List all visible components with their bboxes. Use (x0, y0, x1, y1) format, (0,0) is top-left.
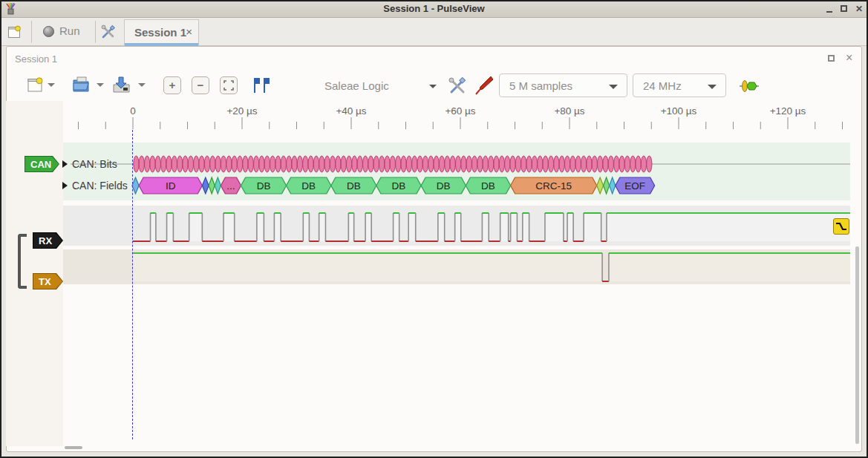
settings-icon[interactable] (101, 24, 116, 39)
zoom-fit-button[interactable] (220, 76, 238, 94)
can-fields-row-label[interactable]: CAN: Fields (72, 180, 128, 192)
can-bit-annotation[interactable] (363, 156, 368, 172)
can-bit-annotation[interactable] (461, 156, 466, 172)
can-bit-annotation[interactable] (139, 156, 144, 172)
can-bit-annotation[interactable] (647, 156, 652, 172)
can-bit-annotation[interactable] (183, 156, 188, 172)
can-bit-annotation[interactable] (505, 156, 510, 172)
vertical-scrollbar[interactable] (855, 246, 859, 444)
can-bit-annotation[interactable] (559, 156, 564, 172)
open-file-dropdown-icon[interactable] (97, 83, 104, 87)
can-bit-annotation[interactable] (341, 156, 346, 172)
can-bit-annotation[interactable] (587, 156, 592, 172)
can-bit-annotation[interactable] (477, 156, 483, 172)
can-bit-annotation[interactable] (570, 156, 575, 172)
rx-channel-tag[interactable]: RX (33, 232, 63, 249)
can-bit-annotation[interactable] (287, 156, 292, 172)
can-bit-annotation[interactable] (292, 156, 297, 172)
time-cursor[interactable] (132, 130, 133, 439)
can-bit-annotation[interactable] (166, 156, 172, 172)
horizontal-scrollbar[interactable] (65, 446, 82, 449)
can-bits-row-label[interactable]: CAN: Bits (72, 158, 117, 170)
can-bit-annotation[interactable] (624, 156, 630, 172)
can-bit-annotation[interactable] (422, 156, 428, 172)
can-bit-annotation[interactable] (390, 156, 395, 172)
can-bit-annotation[interactable] (641, 156, 646, 172)
can-bit-annotation[interactable] (489, 156, 494, 172)
minimize-button[interactable] (824, 4, 835, 13)
can-fields-expander-icon[interactable] (62, 182, 68, 189)
can-bit-annotation[interactable] (210, 156, 215, 172)
can-bit-annotation[interactable] (303, 156, 308, 172)
can-bit-annotation[interactable] (521, 156, 526, 172)
can-bit-annotation[interactable] (439, 156, 444, 172)
can-bit-annotation[interactable] (150, 156, 155, 172)
can-bit-annotation[interactable] (396, 156, 401, 172)
can-bit-annotation[interactable] (581, 156, 587, 172)
can-bit-annotation[interactable] (188, 156, 193, 172)
can-bit-annotation[interactable] (445, 156, 450, 172)
can-bit-annotation[interactable] (538, 156, 543, 172)
sample-rate-select[interactable]: 24 MHz (633, 73, 726, 97)
can-bit-annotation[interactable] (450, 156, 455, 172)
can-bit-annotation[interactable] (226, 156, 232, 172)
can-bit-annotation[interactable] (357, 156, 362, 172)
can-bit-annotation[interactable] (346, 156, 351, 172)
zoom-out-button[interactable]: − (192, 76, 209, 94)
can-bit-annotation[interactable] (630, 156, 636, 172)
can-bit-annotation[interactable] (614, 156, 619, 172)
can-bit-annotation[interactable] (494, 156, 499, 172)
can-bit-annotation[interactable] (297, 156, 302, 172)
new-file-dropdown-icon[interactable] (48, 83, 55, 87)
can-bit-annotation[interactable] (455, 156, 460, 172)
new-file-icon[interactable] (27, 76, 44, 94)
can-bit-annotation[interactable] (275, 156, 281, 172)
can-bit-annotation[interactable] (401, 156, 406, 172)
tab-close-icon[interactable]: × (186, 25, 192, 38)
dock-close-button[interactable]: × (846, 53, 852, 62)
close-button[interactable]: ✕ (854, 4, 864, 13)
can-bit-annotation[interactable] (319, 156, 324, 172)
can-bit-annotation[interactable] (270, 156, 275, 172)
save-file-dropdown-icon[interactable] (138, 83, 146, 87)
configure-device-icon[interactable] (448, 76, 467, 96)
can-bit-annotation[interactable] (373, 156, 379, 172)
can-bit-annotation[interactable] (172, 156, 177, 172)
can-bit-annotation[interactable] (313, 156, 319, 172)
can-bit-annotation[interactable] (526, 156, 532, 172)
can-bit-annotation[interactable] (636, 156, 641, 172)
can-group-tag[interactable]: CAN (25, 156, 59, 172)
can-bit-annotation[interactable] (417, 156, 422, 172)
maximize-button[interactable] (839, 4, 849, 13)
can-bit-annotation[interactable] (281, 156, 286, 172)
trigger-flags-icon[interactable] (252, 77, 272, 94)
can-bit-annotation[interactable] (548, 156, 553, 172)
can-bit-annotation[interactable] (248, 156, 253, 172)
can-bit-annotation[interactable] (368, 156, 373, 172)
can-bit-annotation[interactable] (324, 156, 330, 172)
zoom-in-button[interactable]: + (163, 76, 181, 94)
tx-channel-tag[interactable]: TX (33, 273, 63, 289)
can-bit-annotation[interactable] (554, 156, 559, 172)
can-bit-annotation[interactable] (379, 156, 385, 172)
can-bit-annotation[interactable] (592, 156, 597, 172)
can-bit-annotation[interactable] (385, 156, 390, 172)
can-bit-annotation[interactable] (515, 156, 521, 172)
can-bit-annotation[interactable] (406, 156, 411, 172)
can-bit-annotation[interactable] (330, 156, 335, 172)
can-bits-expander-icon[interactable] (62, 160, 68, 168)
can-bit-annotation[interactable] (243, 156, 248, 172)
dock-float-button[interactable] (828, 54, 835, 63)
can-bit-annotation[interactable] (543, 156, 548, 172)
can-bit-annotation[interactable] (232, 156, 237, 172)
can-bit-annotation[interactable] (254, 156, 259, 172)
can-bit-annotation[interactable] (619, 156, 624, 172)
can-bit-annotation[interactable] (194, 156, 199, 172)
can-bit-annotation[interactable] (259, 156, 264, 172)
can-bit-annotation[interactable] (608, 156, 613, 172)
session-tab[interactable]: Session 1 × (124, 19, 199, 46)
channels-probe-icon[interactable] (474, 75, 494, 96)
can-bit-annotation[interactable] (264, 156, 270, 172)
can-bit-annotation[interactable] (434, 156, 439, 172)
can-bit-annotation[interactable] (336, 156, 341, 172)
